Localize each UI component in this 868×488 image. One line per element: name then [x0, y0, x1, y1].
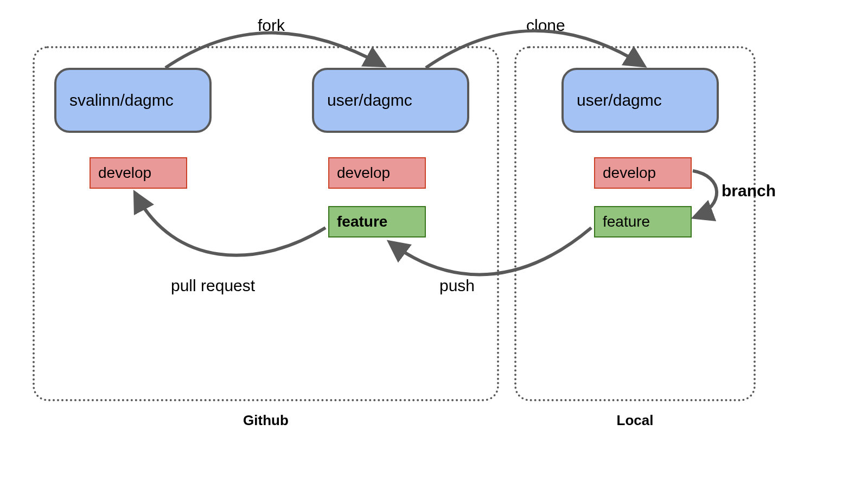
branch-fork-develop-label: develop: [337, 164, 390, 182]
git-workflow-diagram: svalinn/dagmc user/dagmc user/dagmc deve…: [0, 0, 868, 488]
branch-local-feature: feature: [594, 206, 692, 237]
branch-upstream-develop-label: develop: [98, 164, 151, 182]
repo-fork-label: user/dagmc: [327, 91, 412, 110]
label-push: push: [439, 277, 475, 295]
label-branch: branch: [722, 182, 776, 200]
repo-local-label: user/dagmc: [577, 91, 662, 110]
branch-local-feature-label: feature: [603, 213, 650, 230]
label-github: Github: [33, 412, 499, 429]
branch-local-develop-label: develop: [603, 164, 656, 182]
repo-upstream-label: svalinn/dagmc: [69, 91, 174, 110]
branch-fork-develop: develop: [328, 157, 426, 189]
branch-local-develop: develop: [594, 157, 692, 189]
label-local: Local: [514, 412, 756, 429]
repo-upstream: svalinn/dagmc: [54, 68, 212, 133]
label-clone: clone: [526, 16, 565, 35]
label-fork: fork: [258, 16, 285, 35]
branch-upstream-develop: develop: [90, 157, 187, 189]
branch-fork-feature: feature: [328, 206, 426, 237]
branch-fork-feature-label: feature: [337, 213, 387, 230]
repo-fork: user/dagmc: [312, 68, 469, 133]
repo-local: user/dagmc: [561, 68, 719, 133]
label-pull-request: pull request: [171, 277, 255, 295]
